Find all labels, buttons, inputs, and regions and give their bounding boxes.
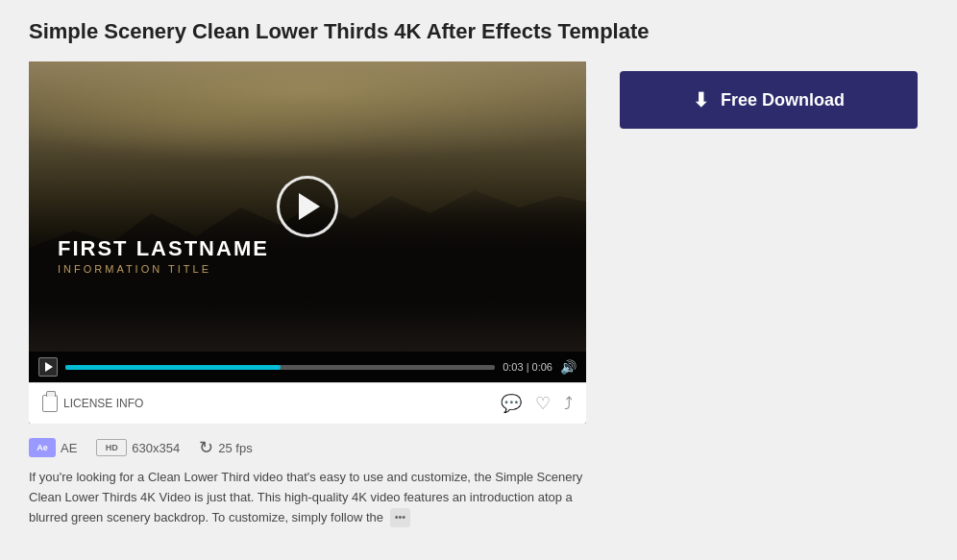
- video-actions-bar: LICENSE INFO 💬 ♡ ⤴: [29, 382, 586, 424]
- download-label: Free Download: [721, 90, 845, 110]
- lower-thirds-name: FIRST LASTNAME: [58, 236, 269, 261]
- comment-icon[interactable]: 💬: [501, 393, 522, 414]
- content-row: FIRST LASTNAME INFORMATION TITLE: [29, 61, 928, 527]
- action-icons: 💬 ♡ ⤴: [501, 393, 573, 414]
- fps-icon: ↻: [199, 437, 213, 458]
- free-download-button[interactable]: ⬇ Free Download: [620, 71, 918, 129]
- video-thumbnail[interactable]: FIRST LASTNAME INFORMATION TITLE: [29, 61, 586, 352]
- time-total: 0:06: [532, 361, 552, 373]
- like-icon[interactable]: ♡: [535, 393, 551, 414]
- controls-play-icon: [45, 362, 53, 372]
- lower-thirds-subtitle: INFORMATION TITLE: [58, 263, 269, 275]
- resolution-label: 630x354: [132, 441, 180, 455]
- ae-badge: Ae: [29, 438, 56, 457]
- time-current: 0:03: [503, 361, 523, 373]
- play-button[interactable]: [277, 176, 338, 237]
- resolution-badge: HD 630x354: [96, 439, 180, 456]
- video-controls: 0:03 | 0:06 🔊: [29, 352, 586, 382]
- license-info-button[interactable]: LICENSE INFO: [42, 395, 143, 412]
- metadata-row: Ae AE HD 630x354 ↻ 25 fps: [29, 437, 586, 458]
- controls-play-button[interactable]: [38, 357, 58, 377]
- right-column: ⬇ Free Download: [609, 61, 928, 129]
- description-text: If you're looking for a Clean Lower Thir…: [29, 470, 582, 524]
- hd-badge: HD: [96, 439, 127, 456]
- software-label: AE: [61, 441, 77, 455]
- description-more[interactable]: •••: [390, 508, 411, 527]
- left-column: FIRST LASTNAME INFORMATION TITLE: [29, 61, 586, 527]
- volume-icon[interactable]: 🔊: [560, 359, 577, 375]
- software-badge: Ae AE: [29, 438, 77, 457]
- page-title: Simple Scenery Clean Lower Thirds 4K Aft…: [29, 19, 928, 44]
- page-wrapper: Simple Scenery Clean Lower Thirds 4K Aft…: [0, 0, 957, 547]
- license-icon: [42, 395, 58, 412]
- video-container: FIRST LASTNAME INFORMATION TITLE: [29, 61, 586, 424]
- time-display: 0:03 | 0:06: [503, 361, 552, 373]
- download-icon: ⬇: [693, 88, 709, 111]
- fps-label: 25 fps: [218, 441, 252, 455]
- share-icon[interactable]: ⤴: [564, 394, 573, 414]
- description: If you're looking for a Clean Lower Thir…: [29, 468, 586, 527]
- fps-badge: ↻ 25 fps: [199, 437, 252, 458]
- play-icon: [299, 193, 320, 220]
- progress-bar[interactable]: [65, 365, 495, 370]
- license-info-label: LICENSE INFO: [63, 397, 143, 410]
- lower-thirds: FIRST LASTNAME INFORMATION TITLE: [58, 236, 269, 275]
- progress-fill: [65, 365, 281, 370]
